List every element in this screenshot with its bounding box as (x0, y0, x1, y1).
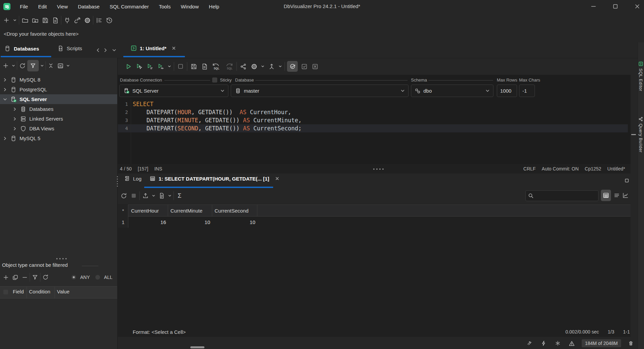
chevron-right-icon[interactable] (3, 87, 7, 92)
maximize-results-panel-icon[interactable] (622, 176, 631, 185)
execute-explain-button[interactable] (156, 62, 165, 71)
tree-item-databases[interactable]: Databases (0, 104, 117, 114)
execute-button[interactable] (124, 62, 133, 71)
editor-save-button[interactable] (189, 62, 198, 71)
aggregate-sigma-button[interactable]: Σ (175, 191, 184, 200)
auto-commit-status[interactable]: Auto Commit: ON (542, 166, 579, 171)
tree-item-dba-views[interactable]: DBA Views (0, 124, 117, 133)
grid-options-chevron-icon[interactable] (167, 191, 172, 200)
tree-item-postgresql[interactable]: PostgreSQL (0, 85, 117, 94)
disconnect-button[interactable] (73, 16, 82, 25)
filter-remove-button[interactable] (20, 273, 29, 282)
tree-item-linked-servers[interactable]: Linked Servers (0, 114, 117, 124)
merge-chevron-icon[interactable] (278, 62, 283, 71)
encoding-status[interactable]: Cp1252 (585, 166, 601, 171)
sticky-checkbox[interactable] (212, 77, 217, 83)
object-view-chevron-icon[interactable] (65, 61, 71, 70)
export-button[interactable] (141, 191, 150, 200)
tree-item-mysql8[interactable]: MySQL 8 (0, 75, 117, 85)
view-grid-button[interactable] (601, 190, 611, 201)
chevron-right-icon[interactable] (12, 117, 17, 121)
tab-scroll-right-chevron-icon[interactable] (101, 46, 110, 55)
collapse-all-button[interactable] (46, 61, 55, 70)
memory-usage-indicator[interactable]: 184M of 2048M (582, 339, 621, 347)
refresh-tree-button[interactable] (18, 61, 27, 70)
grid-options-button[interactable] (157, 191, 166, 200)
window-minimize-button[interactable] (588, 1, 599, 11)
results-search-input[interactable] (525, 190, 599, 201)
menu-file[interactable]: File (15, 4, 33, 9)
share-button[interactable] (239, 62, 248, 71)
max-chars-input[interactable]: -1 (519, 85, 535, 97)
filter-refresh-button[interactable] (41, 273, 50, 282)
sql-code-area[interactable]: 1 2 3 4 SELECT DATEPART(HOUR, GETDATE())… (118, 99, 631, 164)
save-as-button[interactable] (51, 16, 60, 25)
chevron-down-icon[interactable] (3, 97, 7, 102)
add-connection-button[interactable] (1, 61, 10, 70)
connect-button[interactable] (63, 16, 71, 25)
schema-select[interactable]: dbo (411, 85, 493, 97)
horizontal-scrollbar-thumb[interactable] (190, 346, 204, 348)
menu-sql-commander[interactable]: SQL Commander (105, 4, 154, 9)
object-view-button[interactable] (56, 61, 65, 70)
window-maximize-button[interactable] (610, 1, 620, 11)
eol-mode[interactable]: CRLF (523, 166, 536, 171)
view-chart-button[interactable] (620, 190, 631, 201)
filter-all-radio[interactable] (95, 275, 100, 280)
freeze-snowflake-icon[interactable] (553, 339, 562, 348)
tree-item-mysql5[interactable]: MySQL 5 (0, 133, 117, 143)
window-close-button[interactable] (632, 1, 642, 11)
tab-list-chevron-down-icon[interactable] (110, 46, 119, 55)
new-object-dropdown-chevron-icon[interactable] (12, 16, 18, 25)
menu-view[interactable]: View (52, 4, 73, 9)
export-chevron-icon[interactable] (151, 191, 156, 200)
menu-edit[interactable]: Edit (33, 4, 52, 9)
settings-gear-button[interactable] (83, 16, 92, 25)
editor-save-as-button[interactable] (200, 62, 209, 71)
connections-monitor-icon[interactable] (525, 339, 534, 348)
max-rows-input[interactable]: 1000 (497, 85, 517, 97)
cell-currentsecond[interactable]: 10 (215, 217, 255, 227)
panel-collapse-handle[interactable] (631, 134, 636, 135)
chevron-right-icon[interactable] (3, 136, 7, 141)
execute-chevron-icon[interactable] (167, 62, 172, 71)
chevron-right-icon[interactable] (3, 77, 7, 82)
tab-close-icon[interactable] (275, 176, 280, 181)
row-number-cell[interactable]: 1 (118, 217, 128, 227)
tab-sql-editor-untitled[interactable]: 1: Untitled* (131, 45, 176, 51)
splitter-handle[interactable] (56, 258, 67, 259)
filter-add-button[interactable] (1, 273, 10, 282)
save-button[interactable] (41, 16, 50, 25)
filter-select-all-checkbox[interactable] (3, 290, 8, 294)
settings-chevron-icon[interactable] (260, 62, 265, 71)
editor-results-splitter-handle[interactable] (373, 168, 384, 170)
tab-close-icon[interactable] (171, 46, 176, 51)
filter-chevron-icon[interactable] (39, 61, 45, 70)
grid-col-currentminute[interactable]: CurrentMinute (170, 205, 202, 216)
open-folder-button[interactable] (21, 16, 29, 25)
cell-currentminute[interactable]: 10 (170, 217, 210, 227)
alerts-warning-icon[interactable] (568, 339, 576, 348)
auto-commit-toggle-button[interactable] (287, 61, 298, 72)
activity-lightning-icon[interactable] (539, 339, 548, 348)
editor-settings-button[interactable] (250, 62, 258, 71)
grid-corner-cell[interactable]: * (118, 205, 128, 216)
garbage-collect-trash-icon[interactable] (626, 339, 635, 348)
results-refresh-button[interactable] (119, 191, 128, 200)
filter-duplicate-button[interactable] (11, 273, 20, 282)
filter-tree-button[interactable] (27, 60, 39, 71)
filter-apply-button[interactable] (31, 273, 39, 282)
menu-database[interactable]: Database (73, 4, 104, 9)
tab-scripts[interactable]: Scripts (57, 45, 82, 52)
cell-currenthour[interactable]: 16 (131, 217, 166, 227)
connection-select[interactable]: SQL Server (119, 85, 228, 97)
new-object-button[interactable] (2, 16, 11, 25)
chevron-right-icon[interactable] (12, 126, 17, 131)
history-button[interactable] (105, 16, 114, 25)
tab-sql-editor-vertical[interactable]: SQL Editor (638, 61, 644, 91)
tab-query-builder-vertical[interactable]: Query Builder (638, 117, 644, 153)
execute-script-button[interactable] (146, 62, 154, 71)
merge-results-button[interactable] (267, 62, 276, 71)
filter-any-radio[interactable] (71, 275, 76, 280)
open-recent-button[interactable] (31, 16, 39, 25)
